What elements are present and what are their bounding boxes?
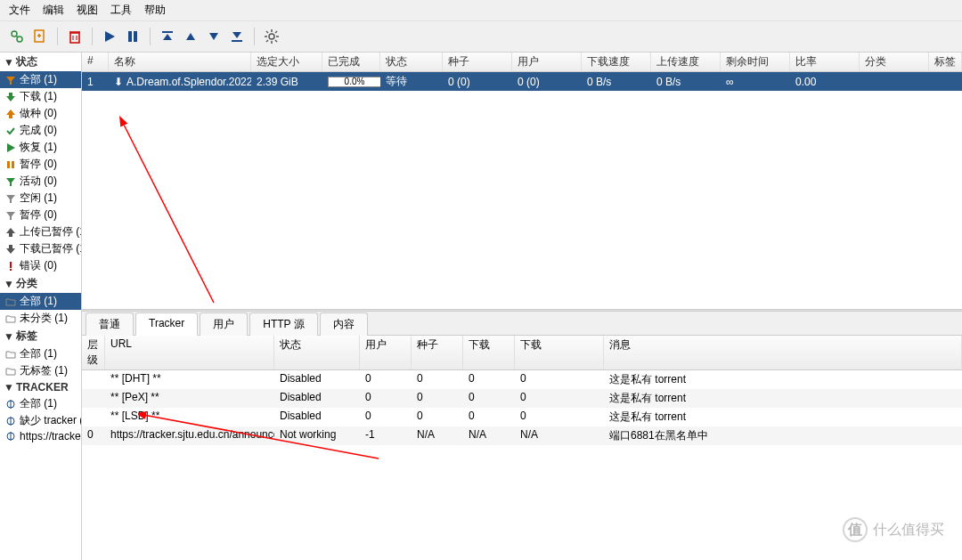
sidebar-item-status-6[interactable]: 活动 (0) (0, 173, 81, 190)
col-ratio[interactable]: 比率 (790, 53, 860, 71)
tcol-peers[interactable]: 用户 (360, 336, 412, 369)
sidebar-item-status-3[interactable]: 完成 (0) (0, 122, 81, 139)
sidebar-item-category-1[interactable]: 未分类 (1) (0, 310, 81, 327)
col-status[interactable]: 状态 (380, 53, 443, 71)
filter-icon (5, 176, 16, 187)
add-file-button[interactable] (29, 25, 52, 48)
tab-http[interactable]: HTTP 源 (249, 312, 317, 336)
sidebar-section-status[interactable]: ▼ 状态 (0, 53, 81, 71)
col-dlspeed[interactable]: 下载速度 (582, 53, 651, 71)
tracker-row[interactable]: ** [DHT] **Disabled0000这是私有 torrent (82, 370, 962, 389)
svg-rect-12 (134, 31, 137, 42)
add-link-button[interactable] (5, 25, 29, 48)
tcol-downloaded[interactable]: 下载 (515, 336, 604, 369)
menu-help[interactable]: 帮助 (144, 3, 166, 18)
menu-view[interactable]: 视图 (77, 3, 98, 18)
move-up-button[interactable] (179, 25, 202, 48)
tracker-row[interactable]: ** [PeX] **Disabled0000这是私有 torrent (82, 389, 962, 408)
sidebar-item-tag-1[interactable]: 无标签 (1) (0, 362, 81, 379)
folder-icon (5, 349, 16, 360)
arrow-up-icon (5, 227, 16, 238)
delete-button[interactable] (63, 25, 86, 48)
col-eta[interactable]: 剩余时间 (721, 53, 790, 71)
sidebar-item-status-11[interactable]: 错误 (0) (0, 257, 81, 274)
sidebar-item-status-5[interactable]: 暂停 (0) (0, 156, 81, 173)
torrent-row[interactable]: 1 ⬇A.Dream.of.Splendor.2022.WEB-... 2.39… (82, 72, 962, 91)
svg-line-27 (266, 40, 268, 42)
svg-marker-37 (6, 228, 15, 237)
svg-rect-40 (10, 269, 12, 271)
tab-peers[interactable]: 用户 (200, 312, 248, 336)
arrow-down-icon (5, 244, 16, 255)
tcol-tier[interactable]: 层级 (82, 336, 105, 369)
detail-tabs: 普通 Tracker 用户 HTTP 源 内容 (82, 312, 962, 336)
col-done[interactable]: 已完成 (322, 53, 380, 71)
menu-edit[interactable]: 编辑 (43, 3, 64, 18)
watermark: 值 什么值得买 (843, 517, 944, 542)
settings-button[interactable] (260, 25, 283, 48)
col-name[interactable]: 名称 (109, 53, 251, 71)
svg-rect-6 (70, 33, 79, 43)
sidebar-item-tracker-0[interactable]: 全部 (1) (0, 395, 81, 412)
col-category[interactable]: 分类 (860, 53, 929, 71)
sidebar: ▼ 状态 全部 (1)下载 (1)做种 (0)完成 (0)恢复 (1)暂停 (0… (0, 53, 82, 560)
col-idx[interactable]: # (82, 53, 109, 71)
pause-button[interactable] (121, 25, 144, 48)
sidebar-item-status-1[interactable]: 下载 (1) (0, 88, 81, 105)
svg-rect-33 (12, 161, 14, 168)
move-bottom-button[interactable] (225, 25, 249, 48)
check-icon (5, 126, 16, 136)
col-peers[interactable]: 用户 (512, 53, 582, 71)
tcol-url[interactable]: URL (105, 336, 274, 369)
tracker-icon (5, 399, 16, 410)
svg-line-25 (275, 40, 277, 42)
tcol-seeds[interactable]: 种子 (412, 336, 463, 369)
col-size[interactable]: 选定大小 (251, 53, 322, 71)
sidebar-item-tracker-2[interactable]: https://tracker.s... (0, 429, 81, 443)
filter-icon (5, 210, 16, 221)
tracker-row[interactable]: ** [LSD] **Disabled0000这是私有 torrent (82, 408, 962, 426)
menu-file[interactable]: 文件 (9, 3, 30, 18)
tracker-icon (5, 416, 16, 426)
tracker-table-header: 层级 URL 状态 用户 种子 下载 下载 消息 (82, 336, 962, 370)
resume-button[interactable] (98, 25, 121, 48)
svg-line-26 (275, 31, 277, 33)
tab-content[interactable]: 内容 (320, 312, 368, 336)
tracker-icon (5, 431, 16, 442)
sidebar-item-status-0[interactable]: 全部 (1) (0, 71, 81, 88)
svg-marker-15 (186, 33, 195, 40)
svg-marker-31 (7, 143, 15, 152)
sidebar-section-tracker[interactable]: ▼ TRACKER (0, 379, 81, 395)
folder-icon (5, 313, 16, 324)
sidebar-item-status-9[interactable]: 上传已暂停 (1) (0, 223, 81, 240)
menu-tools[interactable]: 工具 (110, 3, 132, 18)
col-seeds[interactable]: 种子 (443, 53, 512, 71)
tcol-msg[interactable]: 消息 (604, 336, 962, 369)
sidebar-item-category-0[interactable]: 全部 (1) (0, 293, 81, 310)
sidebar-item-tracker-1[interactable]: 缺少 tracker (0) (0, 412, 81, 429)
sidebar-item-status-2[interactable]: 做种 (0) (0, 105, 81, 122)
svg-marker-35 (6, 195, 15, 203)
sidebar-section-tag[interactable]: ▼ 标签 (0, 327, 81, 345)
tracker-row[interactable]: 0https://tracker.sjtu.edu.cn/announce.ph… (82, 426, 962, 445)
filter-icon (5, 193, 16, 204)
watermark-logo-icon: 值 (843, 517, 868, 542)
menubar: 文件 编辑 视图 工具 帮助 (0, 0, 962, 21)
sidebar-item-status-10[interactable]: 下载已暂停 (1) (0, 240, 81, 257)
tcol-status[interactable]: 状态 (274, 336, 360, 369)
sidebar-item-status-7[interactable]: 空闲 (1) (0, 190, 81, 207)
move-down-button[interactable] (202, 25, 225, 48)
svg-line-2 (16, 36, 18, 37)
tcol-leeches[interactable]: 下载 (463, 336, 515, 369)
col-tags[interactable]: 标签 (929, 53, 962, 71)
col-upspeed[interactable]: 上传速度 (651, 53, 721, 71)
sidebar-item-tag-0[interactable]: 全部 (1) (0, 345, 81, 362)
sidebar-item-status-8[interactable]: 暂停 (0) (0, 207, 81, 223)
sidebar-section-category[interactable]: ▼ 分类 (0, 274, 81, 293)
sidebar-item-status-4[interactable]: 恢复 (1) (0, 139, 81, 156)
pause-icon (5, 159, 16, 170)
play-icon (5, 142, 16, 153)
tab-tracker[interactable]: Tracker (135, 312, 198, 336)
move-top-button[interactable] (156, 25, 179, 48)
tab-general[interactable]: 普通 (86, 312, 134, 336)
